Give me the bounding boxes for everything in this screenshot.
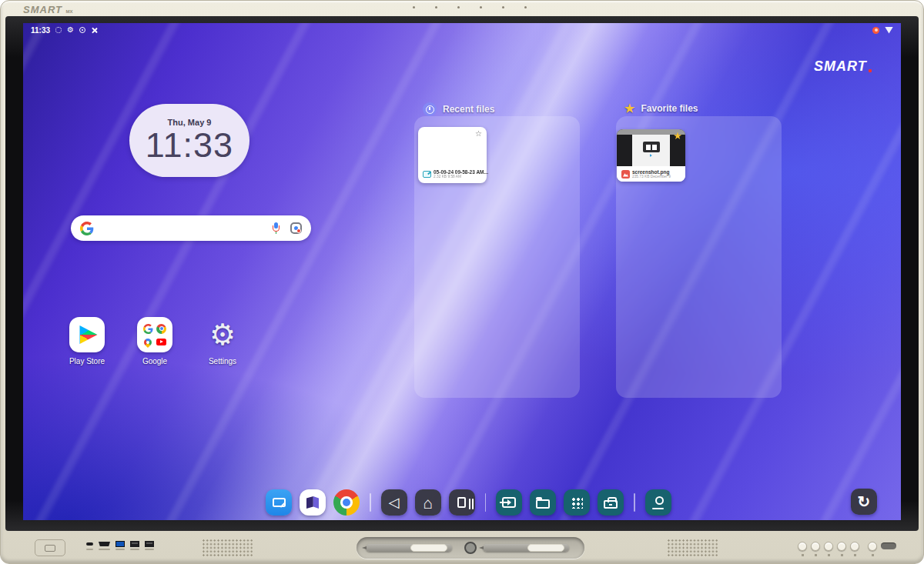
app-play-store[interactable]: Play Store: [55, 317, 119, 365]
notebook-player-icon: [306, 496, 319, 509]
port-label: [86, 549, 93, 550]
pen-grip: [410, 544, 447, 552]
file-name: screenshot.png: [632, 169, 671, 175]
app-label: Settings: [209, 357, 236, 365]
speaker-grille: [202, 539, 253, 557]
star-filled-icon[interactable]: ★: [673, 130, 682, 142]
circle-status-icon: [79, 27, 85, 33]
port-label: [145, 549, 154, 550]
file-info: screenshot.png 235.73 KB December 9: [617, 166, 685, 182]
chrome-browser-button[interactable]: [333, 489, 360, 516]
youtube-mini-icon: [156, 339, 166, 345]
favorite-files-title: Favorite files: [641, 103, 698, 114]
toolbox-icon: [604, 500, 618, 509]
screen-record-icon: [872, 27, 879, 34]
settings-gear-icon: ⚙: [209, 317, 236, 352]
file-meta: 235.73 KB December 9: [632, 175, 671, 179]
screen-badge-icon: [45, 545, 55, 552]
file-name: 05-09-24 09-58-23 AM...: [434, 169, 488, 175]
whiteboard-icon: [273, 498, 286, 507]
home-button[interactable]: ⌂: [415, 489, 441, 516]
clock-widget[interactable]: Thu, May 9 11:33: [129, 104, 249, 177]
pen-tray: [357, 537, 584, 559]
status-bar-right: [872, 27, 893, 34]
wallpaper-brand-logo: SMART: [814, 58, 872, 75]
input-icon: [502, 497, 516, 508]
app-settings[interactable]: ⚙ Settings: [191, 317, 254, 365]
stylus-pen: [483, 544, 569, 552]
google-g-icon: [80, 222, 94, 235]
whiteboard-app-button[interactable]: [266, 489, 292, 516]
mic-dot: [524, 6, 527, 8]
pen-tray-button: [464, 542, 477, 554]
mic-dot: [502, 6, 504, 8]
bottom-bezel: [0, 531, 924, 564]
voice-search-icon[interactable]: [272, 222, 280, 234]
stylus-pen: [366, 544, 452, 552]
account-button[interactable]: [645, 489, 671, 516]
refresh-button[interactable]: ↻: [851, 489, 877, 515]
files-button[interactable]: [530, 489, 556, 516]
port-label: [116, 549, 125, 550]
mic-dot: [435, 6, 437, 8]
wifi-icon: [885, 27, 893, 34]
clock-time: 11:33: [146, 127, 233, 163]
notebook-player-button[interactable]: [300, 489, 326, 516]
wallpaper-brand-text: SMART: [814, 58, 867, 75]
control-button: [824, 542, 833, 551]
usb3-port: [116, 541, 125, 547]
microphone-array: [413, 6, 527, 8]
mic-dot: [480, 6, 482, 8]
recent-file-card[interactable]: ☆ 05-09-24 09-58-23 AM... 2.32 KB 9:58 A…: [418, 127, 487, 183]
speaker-grille: [667, 539, 718, 557]
maps-mini-icon: [142, 336, 153, 347]
app-label: Play Store: [69, 357, 105, 365]
chrome-mini-icon: [156, 324, 166, 334]
app-label: Google: [142, 357, 167, 365]
usb-c-port: [86, 542, 93, 546]
google-search-bar[interactable]: [71, 215, 311, 241]
input-source-button[interactable]: [496, 489, 522, 516]
recent-files-header: Recent files: [423, 102, 494, 116]
front-ports: [86, 541, 154, 547]
brand-red-dot: [869, 69, 872, 72]
dock-divider: [485, 493, 487, 512]
port-label: [130, 549, 139, 550]
star-icon: ★: [624, 102, 634, 114]
bezel-brand-logo: SMART MX: [23, 4, 73, 15]
back-icon: ◁: [389, 496, 400, 509]
dock-divider: [634, 493, 635, 512]
mic-dot: [457, 6, 460, 8]
control-button: [837, 542, 846, 551]
home-icon: ⌂: [423, 495, 433, 511]
favorite-file-card[interactable]: ★ screenshot.png 235.73 KB December 9: [617, 129, 685, 182]
tools-status-icon: [91, 27, 98, 34]
app-folder-google[interactable]: Google: [123, 317, 186, 365]
dock: ◁ ⌂: [266, 489, 671, 516]
whiteboard-file-icon: [423, 171, 431, 178]
file-meta: 2.32 KB 9:58 AM: [434, 175, 488, 179]
google-lens-icon[interactable]: [290, 222, 302, 234]
recents-icon: [457, 497, 466, 508]
back-button[interactable]: ◁: [381, 489, 407, 516]
recents-button[interactable]: [449, 489, 475, 516]
recent-files-title: Recent files: [443, 104, 494, 115]
apps-button[interactable]: [564, 489, 590, 516]
google-folder-icon: [137, 317, 172, 352]
screenshot-thumbnail: ★: [617, 129, 685, 166]
smart-board-display: SMART MX 11:33 ⚙ SMART Thu, M: [0, 0, 924, 564]
gear-status-icon: ⚙: [67, 26, 74, 34]
front-control-buttons: [798, 542, 896, 551]
image-file-icon: [621, 170, 630, 179]
apps-grid-icon: [571, 497, 583, 509]
bezel-brand-sub: MX: [66, 9, 73, 14]
thumbnail-dialog: [643, 142, 660, 152]
clock-icon: [423, 102, 437, 116]
status-time: 11:33: [31, 26, 50, 35]
power-button: [868, 542, 877, 551]
control-button: [798, 542, 807, 551]
star-outline-icon[interactable]: ☆: [475, 129, 482, 138]
toolbox-button[interactable]: [598, 489, 624, 516]
front-panel-badge: [35, 539, 65, 556]
control-button: [811, 542, 820, 551]
